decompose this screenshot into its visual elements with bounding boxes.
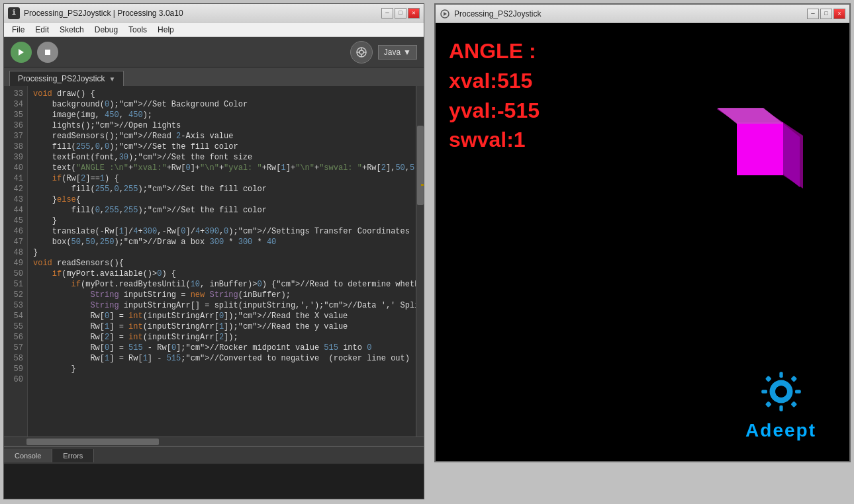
- menu-tools[interactable]: Tools: [123, 24, 152, 36]
- debug-button[interactable]: [350, 41, 373, 63]
- menu-bar: File Edit Sketch Debug Tools Help: [4, 22, 424, 37]
- svg-rect-21: [790, 376, 797, 382]
- console-tabs: Console Errors: [4, 447, 424, 464]
- scroll-thumb-h[interactable]: [26, 439, 159, 445]
- menu-edit[interactable]: Edit: [30, 24, 54, 36]
- vertical-scrollbar[interactable]: [416, 86, 424, 437]
- svg-rect-23: [790, 401, 797, 407]
- tab-ps2joystick[interactable]: Processing_PS2Joystick ▼: [9, 71, 124, 86]
- tab-bar: Processing_PS2Joystick ▼: [4, 67, 424, 86]
- scroll-track-h: [7, 439, 421, 445]
- menu-help[interactable]: Help: [152, 24, 179, 36]
- output-minimize-button[interactable]: ─: [807, 9, 819, 19]
- svg-marker-9: [444, 12, 447, 16]
- svg-rect-17: [779, 405, 783, 411]
- ide-title: Processing_PS2Joystick | Processing 3.0a…: [24, 9, 381, 18]
- adeept-logo: Adeept: [745, 368, 816, 441]
- console-area: Console Errors: [4, 446, 424, 499]
- svg-rect-1: [45, 50, 50, 55]
- code-content[interactable]: void draw() { background(0);"cm">//Set B…: [28, 86, 416, 437]
- svg-point-25: [778, 389, 784, 395]
- stop-button[interactable]: [37, 42, 58, 63]
- errors-tab[interactable]: Errors: [52, 449, 94, 462]
- output-close-button[interactable]: ✕: [833, 9, 845, 19]
- menu-file[interactable]: File: [7, 24, 30, 36]
- adeept-gear-icon: [758, 368, 804, 415]
- processing-icon: i: [8, 7, 20, 19]
- svg-rect-20: [765, 376, 771, 382]
- scroll-thumb-v[interactable]: [417, 126, 424, 205]
- maximize-button[interactable]: □: [395, 8, 406, 19]
- yval-label: yval:-515: [449, 96, 540, 126]
- horizontal-scrollbar[interactable]: [4, 437, 424, 446]
- swval-label: swval:1: [449, 125, 540, 155]
- svg-rect-19: [795, 390, 801, 393]
- output-window: Processing_PS2Joystick ─ □ ✕ ANGLE : xva…: [434, 3, 851, 462]
- svg-marker-13: [737, 122, 783, 175]
- 3d-box-shape: [677, 103, 810, 222]
- svg-point-3: [359, 50, 363, 54]
- play-button[interactable]: [11, 42, 32, 63]
- code-editor[interactable]: 3334353637383940414243444546474849505152…: [4, 86, 424, 437]
- output-titlebar: Processing_PS2Joystick ─ □ ✕: [436, 5, 849, 23]
- menu-debug[interactable]: Debug: [89, 24, 123, 36]
- tab-arrow-icon: ▼: [109, 75, 115, 83]
- code-scroll: 3334353637383940414243444546474849505152…: [4, 86, 416, 437]
- svg-rect-22: [765, 401, 771, 407]
- ide-window: i Processing_PS2Joystick | Processing 3.…: [3, 3, 424, 499]
- svg-marker-14: [717, 108, 783, 124]
- close-button[interactable]: ✕: [408, 8, 420, 19]
- box-svg: [677, 103, 810, 235]
- svg-marker-0: [19, 49, 24, 56]
- line-numbers: 3334353637383940414243444546474849505152…: [4, 86, 28, 437]
- java-dropdown[interactable]: Java ▼: [378, 45, 417, 60]
- minimize-button[interactable]: ─: [381, 8, 393, 19]
- svg-rect-18: [761, 390, 767, 393]
- adeept-brand-text: Adeept: [745, 420, 816, 441]
- output-titlebar-icon: [440, 9, 450, 19]
- console-tab[interactable]: Console: [4, 449, 52, 462]
- ide-titlebar: i Processing_PS2Joystick | Processing 3.…: [4, 4, 424, 22]
- output-content: ANGLE : xval:515 yval:-515 swval:1: [436, 23, 849, 461]
- xval-label: xval:515: [449, 66, 540, 96]
- titlebar-controls: ─ □ ✕: [381, 8, 420, 19]
- angle-label: ANGLE :: [449, 36, 540, 66]
- output-title: Processing_PS2Joystick: [454, 9, 807, 19]
- scroll-highlight: [421, 184, 424, 186]
- menu-sketch[interactable]: Sketch: [54, 24, 89, 36]
- svg-rect-16: [779, 372, 783, 378]
- output-titlebar-controls: ─ □ ✕: [807, 9, 845, 19]
- sensor-values: ANGLE : xval:515 yval:-515 swval:1: [449, 36, 540, 155]
- toolbar: Java ▼: [4, 37, 424, 67]
- output-maximize-button[interactable]: □: [820, 9, 832, 19]
